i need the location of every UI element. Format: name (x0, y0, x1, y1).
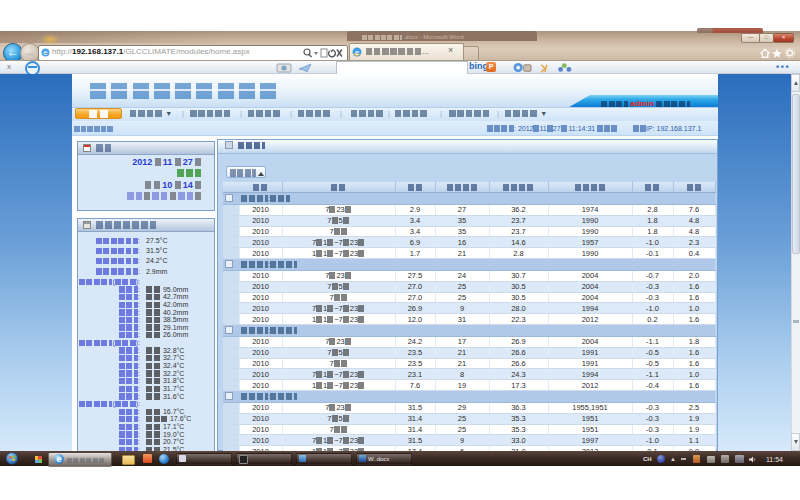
svg-text:e: e (355, 48, 359, 57)
svg-text:e: e (44, 48, 48, 57)
